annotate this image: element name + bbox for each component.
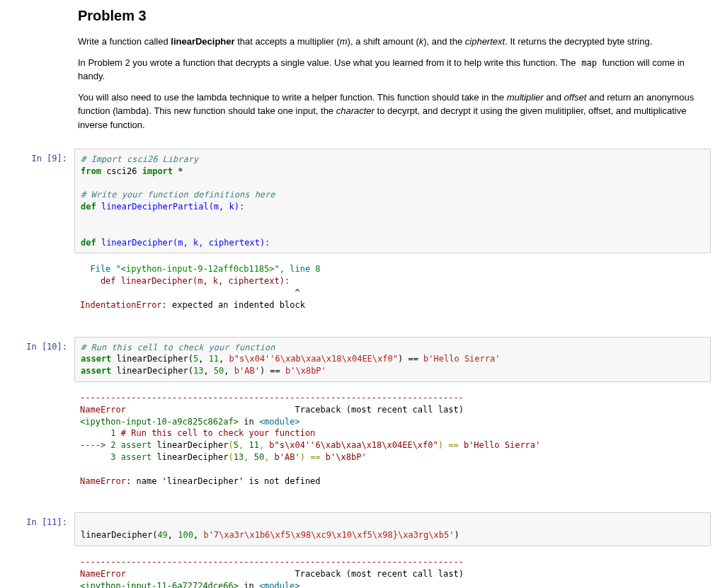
problem-paragraph-2: In Problem 2 you wrote a function that d…	[78, 56, 711, 83]
code-output-10: ----------------------------------------…	[74, 388, 711, 491]
code-output-10-row: ----------------------------------------…	[0, 385, 725, 494]
prompt-out-9	[0, 259, 74, 263]
code-cell-10: In [10]: # Run this cell to check your f…	[0, 334, 725, 385]
prompt-out-11	[0, 552, 74, 556]
code-output-11-row: ----------------------------------------…	[0, 549, 725, 588]
prompt-in-11: In [11]:	[0, 512, 74, 529]
prompt-in-9: In [9]:	[0, 149, 74, 165]
map-code: map	[578, 57, 600, 69]
problem-paragraph-1: Write a function called linearDecipher t…	[78, 35, 711, 49]
prompt-in-10: In [10]:	[0, 337, 74, 353]
code-output-9-row: File "<ipython-input-9-12aff0cb1185>", l…	[0, 256, 725, 318]
problem-title: Problem 3	[78, 6, 711, 26]
code-cell-11: In [11]: linearDecipher(49, 100, b'7\xa3…	[0, 509, 725, 549]
notebook: Problem 3 Write a function called linear…	[0, 6, 725, 588]
prompt-out-10	[0, 388, 74, 392]
spacer	[0, 318, 725, 334]
code-output-11: ----------------------------------------…	[74, 552, 711, 588]
code-input-10[interactable]: # Run this cell to check your function a…	[74, 337, 711, 382]
code-input-11[interactable]: linearDecipher(49, 100, b'7\xa3r\x1b6\xf…	[74, 512, 711, 546]
code-output-9: File "<ipython-input-9-12aff0cb1185>", l…	[74, 259, 711, 315]
spacer	[0, 494, 725, 509]
code-input-9[interactable]: # Import csci26 Library from csci26 impo…	[74, 149, 711, 253]
markdown-cell-problem3: Problem 3 Write a function called linear…	[0, 6, 725, 146]
problem-paragraph-3: You will also need to use the lambda tec…	[78, 91, 711, 132]
code-cell-9: In [9]: # Import csci26 Library from csc…	[0, 146, 725, 256]
